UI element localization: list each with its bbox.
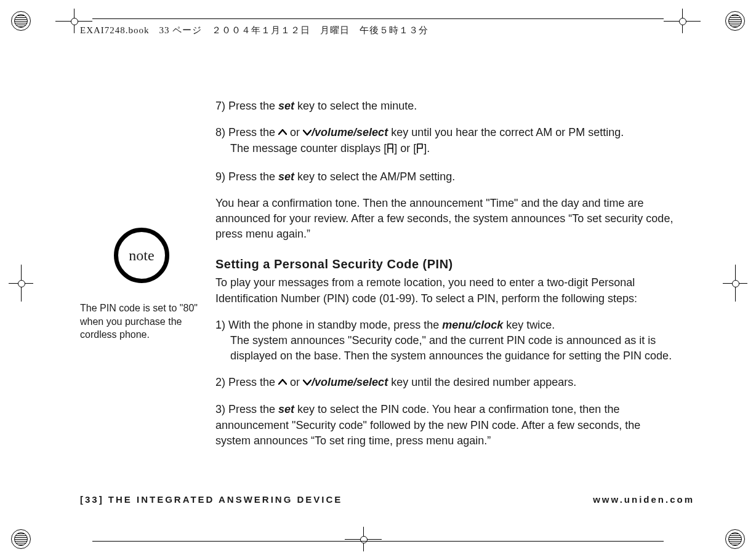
set-key-label: set [278, 403, 294, 415]
main-content: 7) Press the set key to select the minut… [215, 98, 677, 460]
registration-mark-icon [725, 529, 745, 549]
segment-p-icon [416, 142, 424, 158]
volume-select-label: /volume/select [312, 126, 388, 138]
note-text: The PIN code is set to "80" when you pur… [80, 302, 203, 342]
footer-url: www.uniden.com [593, 494, 694, 505]
chevron-down-icon [303, 375, 312, 391]
chevron-down-icon [303, 126, 312, 141]
crop-mark-icon [723, 265, 747, 302]
pin-step-3: 3) Press the set key to select the PIN c… [215, 402, 677, 449]
menu-clock-label: menu/clock [442, 319, 503, 331]
crop-mark-icon [9, 265, 33, 302]
pin-intro: To play your messages from a remote loca… [215, 275, 677, 306]
registration-mark-icon [11, 11, 31, 31]
section-heading-pin: Setting a Personal Security Code (PIN) [215, 255, 677, 273]
registration-mark-icon [11, 529, 31, 549]
registration-mark-icon [725, 11, 745, 31]
note-badge-icon: note [114, 228, 169, 283]
chevron-up-icon [278, 126, 287, 141]
page-meta-header: EXAI7248.book 33 ページ ２００４年１月１２日 月曜日 午後５時… [80, 25, 428, 36]
pin-step-1: 1) With the phone in standby mode, press… [215, 318, 677, 364]
crop-line [92, 18, 664, 19]
set-key-label: set [278, 100, 294, 112]
crop-line [92, 541, 664, 542]
crop-mark-icon [345, 527, 382, 551]
footer-left: [33] THE INTEGRATED ANSWERING DEVICE [80, 494, 342, 505]
set-key-label: set [278, 170, 294, 183]
segment-a-icon [387, 142, 394, 158]
chevron-up-icon [278, 375, 287, 391]
volume-select-label: /volume/select [312, 376, 388, 388]
step-7: 7) Press the set key to select the minut… [215, 98, 677, 114]
margin-note: note The PIN code is set to "80" when yo… [80, 228, 203, 342]
pin-step-2: 2) Press the or /volume/select key until… [215, 375, 677, 391]
step-9: 9) Press the set key to select the AM/PM… [215, 169, 677, 185]
step-8: 8) Press the or /volume/select key until… [215, 125, 677, 158]
confirmation-paragraph: You hear a confirmation tone. Then the a… [215, 196, 677, 242]
note-badge-label: note [114, 228, 169, 283]
page-footer: [33] THE INTEGRATED ANSWERING DEVICE www… [80, 494, 694, 505]
crop-mark-icon [664, 9, 701, 33]
